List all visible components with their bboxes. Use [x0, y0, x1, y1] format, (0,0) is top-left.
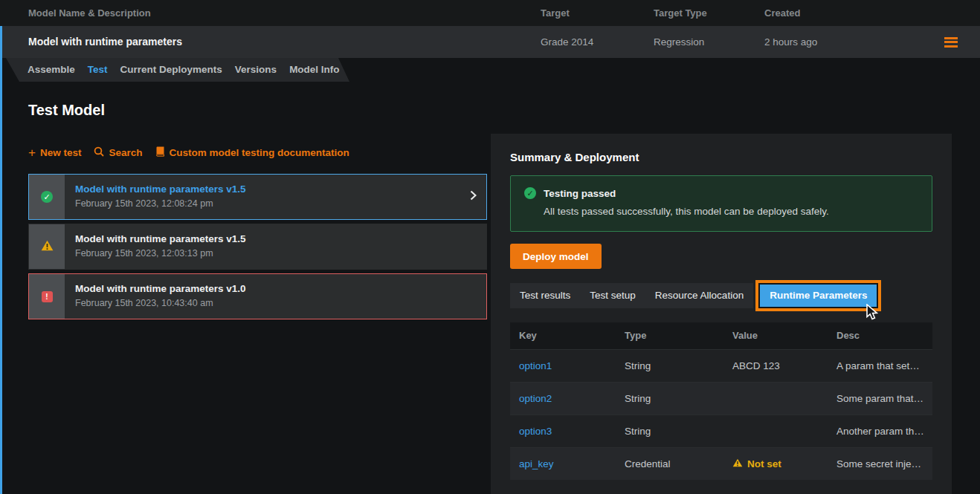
- tab-versions[interactable]: Versions: [235, 58, 277, 82]
- col-header-type: Type: [616, 322, 723, 349]
- tab-current-deployments[interactable]: Current Deployments: [120, 58, 222, 82]
- table-row: option3 String Another param th…: [510, 415, 932, 447]
- param-value: Not set: [747, 458, 781, 469]
- param-key-link[interactable]: api_key: [519, 458, 554, 469]
- hamburger-menu-icon[interactable]: [944, 37, 958, 48]
- test-runs-list: ✓ Model with runtime parameters v1.5 Feb…: [28, 174, 487, 323]
- docs-label: Custom model testing documentation: [170, 147, 349, 158]
- chevron-right-icon: [470, 190, 477, 204]
- param-desc: A param that set…: [828, 349, 932, 382]
- table-header-row: Key Type Value Desc: [510, 322, 932, 349]
- summary-deployment-panel: Summary & Deployment ✓ Testing passed Al…: [491, 134, 952, 494]
- tab-assemble[interactable]: Assemble: [28, 58, 75, 82]
- panel-title: Summary & Deployment: [510, 151, 639, 163]
- check-circle-icon: ✓: [41, 191, 53, 203]
- param-type: String: [616, 382, 723, 415]
- warning-triangle-icon: [41, 240, 54, 254]
- tab-test-results[interactable]: Test results: [510, 283, 580, 308]
- table-header-bar: Model Name & Description Target Target T…: [0, 0, 980, 26]
- results-tabbar: Test results Test setup Resource Allocat…: [510, 283, 881, 308]
- test-run-title: Model with runtime parameters v1.0: [75, 283, 246, 294]
- param-key-link[interactable]: option2: [519, 393, 552, 404]
- new-test-button[interactable]: + New test: [28, 147, 81, 158]
- col-header-key: Key: [510, 322, 616, 349]
- new-test-label: New test: [40, 147, 82, 158]
- param-type: String: [616, 349, 723, 382]
- banner-message: All tests passed successfully, this mode…: [544, 206, 829, 217]
- check-circle-icon: ✓: [524, 187, 536, 199]
- error-square-icon: !: [42, 291, 53, 302]
- runtime-parameters-table: Key Type Value Desc option1 String ABCD …: [510, 322, 932, 480]
- test-run-date: February 15th 2023, 12:08:24 pm: [75, 198, 246, 209]
- param-key-link[interactable]: option1: [519, 360, 552, 371]
- param-desc: Another param th…: [828, 415, 932, 447]
- docs-link[interactable]: Custom model testing documentation: [155, 146, 349, 159]
- page-title: Test Model: [28, 102, 105, 119]
- model-created-value: 2 hours ago: [764, 26, 817, 58]
- search-button[interactable]: Search: [94, 146, 142, 159]
- param-desc: Some secret inje…: [828, 447, 932, 480]
- table-row: api_key Credential Not set Some secret i…: [510, 447, 932, 480]
- test-run-date: February 15th 2023, 12:03:13 pm: [75, 248, 246, 259]
- model-summary-row[interactable]: Model with runtime parameters Grade 2014…: [0, 26, 980, 58]
- column-header-model-name: Model Name & Description: [28, 0, 151, 26]
- test-run-title: Model with runtime parameters v1.5: [75, 233, 246, 244]
- selected-model-accent-bar: [0, 26, 2, 494]
- plus-icon: +: [28, 148, 36, 157]
- column-header-target-type: Target Type: [654, 0, 707, 26]
- param-value: ABCD 123: [723, 349, 828, 382]
- test-run-item-error[interactable]: ! Model with runtime parameters v1.0 Feb…: [28, 273, 487, 319]
- param-value: [723, 415, 828, 447]
- test-run-item-passed[interactable]: ✓ Model with runtime parameters v1.5 Feb…: [28, 174, 487, 220]
- param-type: String: [616, 415, 723, 447]
- book-icon: [155, 146, 165, 159]
- test-run-title: Model with runtime parameters v1.5: [75, 183, 246, 195]
- model-target-type-value: Regression: [654, 26, 704, 58]
- test-run-date: February 15th 2023, 10:43:40 am: [75, 298, 246, 308]
- status-cell: ✓: [29, 175, 65, 219]
- tab-resource-allocation[interactable]: Resource Allocation: [645, 283, 753, 308]
- search-label: Search: [109, 147, 142, 158]
- deploy-model-button[interactable]: Deploy model: [510, 244, 602, 269]
- click-highlight-annotation: Runtime Parameters: [755, 280, 881, 311]
- column-header-created: Created: [764, 0, 800, 26]
- test-run-item-warning[interactable]: Model with runtime parameters v1.5 Febru…: [28, 224, 487, 270]
- table-row: option2 String Some param that…: [510, 382, 932, 415]
- tab-test[interactable]: Test: [88, 58, 108, 82]
- testing-passed-banner: ✓ Testing passed All tests passed succes…: [510, 175, 932, 232]
- col-header-value: Value: [723, 322, 828, 349]
- test-actions: + New test Search Custom model testing d…: [28, 146, 349, 159]
- search-icon: [94, 146, 104, 159]
- model-nav-tabstrip: Assemble Test Current Deployments Versio…: [6, 58, 349, 82]
- banner-title: Testing passed: [544, 188, 616, 199]
- status-cell: !: [29, 274, 65, 319]
- app-window: Model Name & Description Target Target T…: [0, 0, 980, 494]
- param-key-link[interactable]: option3: [519, 426, 552, 437]
- param-desc: Some param that…: [828, 382, 932, 415]
- model-target-value: Grade 2014: [541, 26, 593, 58]
- tab-model-info[interactable]: Model Info: [289, 58, 340, 82]
- tab-test-setup[interactable]: Test setup: [580, 283, 645, 308]
- model-name: Model with runtime parameters: [28, 26, 182, 58]
- table-row: option1 String ABCD 123 A param that set…: [510, 349, 932, 382]
- tab-runtime-parameters[interactable]: Runtime Parameters: [758, 283, 878, 308]
- warning-triangle-icon: [732, 458, 743, 469]
- status-cell: [29, 224, 65, 269]
- col-header-desc: Desc: [828, 322, 932, 349]
- value-not-set-warning: Not set: [732, 458, 781, 469]
- param-type: Credential: [616, 447, 723, 480]
- param-value: [723, 382, 828, 415]
- column-header-target: Target: [541, 0, 570, 26]
